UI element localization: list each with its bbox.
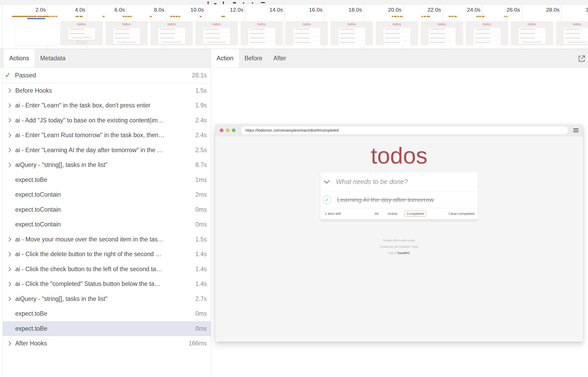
action-time-bar (394, 16, 397, 17)
action-row[interactable]: expect.toContain0ms (3, 217, 211, 232)
info-line-1: Double-click to edit a todo (215, 237, 583, 244)
action-row[interactable]: expect.toBe1ms (3, 172, 211, 187)
action-row[interactable]: ai - Click the delete button to the righ… (3, 247, 211, 262)
action-row-label: Before Hooks (15, 87, 192, 94)
chevron-right-icon[interactable] (7, 341, 11, 346)
thumbnail-row (248, 38, 276, 41)
action-row[interactable]: After Hooks166ms (3, 336, 211, 351)
tab-after[interactable]: After (268, 49, 292, 67)
action-row[interactable]: ai - Enter "Learn" in the task box, don'… (3, 98, 211, 113)
filmstrip-thumbnail[interactable]: todos (466, 21, 508, 45)
thumbnail-footer-row (203, 42, 231, 44)
todo-card: What needs to be done? ✓ Learning AI the… (320, 172, 478, 219)
action-row-label: expect.toContain (15, 221, 192, 228)
action-row[interactable]: aiQuery - "string[], tasks in the list"2… (3, 291, 211, 306)
filmstrip-thumbnail[interactable]: todos (331, 21, 373, 45)
thumbnail-page-sketch (293, 27, 321, 45)
filmstrip-thumbnail[interactable]: todos (511, 21, 553, 45)
tab-actions[interactable]: Actions (4, 49, 35, 67)
thumbnail-row (248, 42, 276, 45)
action-row[interactable]: expect.toContain0ms (3, 202, 211, 217)
timeline[interactable]: 2.0s4.0s6.0s8.0s10.0s12.0s14.0s16.0s18.0… (0, 5, 588, 49)
timeline-gridline (285, 5, 285, 49)
thumbnail-row (518, 33, 546, 37)
action-row-label: expect.toContain (15, 206, 192, 213)
todo-item[interactable]: ✓ Learning AI the day after tomorrow (320, 191, 478, 208)
tab-before[interactable]: Before (239, 49, 268, 67)
action-time-bar (54, 16, 55, 17)
todo-complete-toggle[interactable]: ✓ (323, 195, 331, 204)
filmstrip-thumbnail[interactable]: todos (60, 21, 103, 45)
action-row[interactable]: expect.toContain2ms (3, 187, 211, 202)
timeline-tick-label: 16.0s (291, 7, 322, 13)
filmstrip-thumbnail[interactable]: todos (286, 21, 328, 45)
filmstrip-thumbnail[interactable]: todos (105, 21, 148, 45)
action-row[interactable]: aiQuery - "string[], tasks in the list"8… (3, 158, 211, 173)
action-row[interactable]: ai - Click the check button to the left … (3, 262, 211, 277)
chevron-right-icon[interactable] (7, 267, 11, 271)
action-row-label: expect.toBe (15, 325, 192, 332)
filmstrip-thumbnail[interactable]: todos (421, 21, 463, 45)
action-row[interactable]: expect.toBe0ms (3, 321, 211, 336)
filter-active[interactable]: Active (385, 211, 400, 217)
thumbnail-page-sketch (113, 27, 141, 44)
action-time-bar (454, 16, 457, 17)
action-time-bar (506, 16, 507, 17)
chevron-right-icon[interactable] (7, 163, 11, 167)
filmstrip-thumbnail[interactable]: todos (556, 21, 588, 45)
action-row[interactable]: Before Hooks1.5s (3, 83, 211, 98)
thumbnail-row (428, 29, 456, 32)
action-row[interactable]: ai - Enter "Learn Rust tomorrow" in the … (3, 128, 211, 143)
action-row-label: ai - Click the delete button to the righ… (15, 251, 192, 258)
chevron-right-icon[interactable] (7, 237, 11, 242)
filmstrip-thumbnail[interactable]: todos (376, 21, 418, 45)
action-row-label: ai - Click the "completed" Status button… (15, 280, 192, 287)
chevron-right-icon[interactable] (7, 88, 11, 93)
list-gutter-line (2, 49, 3, 377)
todomvc-brand[interactable]: TodoMVC (397, 251, 410, 255)
new-todo-row[interactable]: What needs to be done? (320, 172, 478, 191)
open-snapshot-external-icon[interactable] (578, 55, 586, 63)
action-row-duration: 166ms (189, 340, 207, 347)
thumbnail-info-line (79, 45, 84, 46)
filter-all[interactable]: All (372, 211, 381, 217)
info-line-3: Part of TodoMVC (215, 250, 583, 256)
toggle-all-chevron-icon[interactable] (324, 178, 330, 183)
action-row[interactable]: expect.toBe0ms (3, 306, 211, 321)
chevron-right-icon[interactable] (7, 133, 11, 137)
action-row-label: After Hooks (15, 340, 185, 347)
chevron-right-icon[interactable] (7, 148, 11, 152)
filmstrip-thumbnail[interactable]: todos (241, 21, 283, 45)
filmstrip-thumbnail[interactable]: todos (195, 21, 238, 45)
chevron-right-icon[interactable] (7, 103, 11, 108)
right-tabbar: Action Before After (211, 49, 588, 68)
chevron-right-icon[interactable] (7, 118, 11, 123)
filmstrip-thumbnail[interactable]: todos (150, 21, 193, 45)
thumbnail-row (158, 33, 185, 37)
filmstrip-thumbnail[interactable] (15, 21, 58, 45)
tab-action[interactable]: Action (211, 49, 239, 67)
thumbnail-row (428, 38, 456, 41)
thumbnail-row (293, 29, 321, 32)
chevron-right-icon[interactable] (7, 282, 11, 286)
chevron-right-icon[interactable] (7, 252, 11, 256)
action-row[interactable]: ai - Enter "Learning AI the day after to… (3, 143, 211, 158)
chevron-right-icon[interactable] (7, 297, 11, 301)
action-row-label: ai - Enter "Learn" in the task box, don'… (15, 102, 192, 109)
timeline-tick-label: 28.0s (528, 7, 560, 13)
action-row-duration: 0ms (195, 310, 207, 317)
action-time-bar (424, 16, 426, 17)
action-row[interactable]: ai - Move your mouse over the second ite… (3, 232, 211, 247)
timeline-tick-label: 4.0s (54, 7, 85, 13)
tab-metadata[interactable]: Metadata (35, 49, 71, 67)
action-row-duration: 2.4s (195, 117, 207, 124)
filter-completed[interactable]: Completed (404, 211, 426, 217)
action-time-bar (80, 16, 83, 17)
clear-completed-button[interactable]: Clear completed (449, 212, 474, 216)
action-row[interactable]: ai - Click the "completed" Status button… (3, 277, 211, 292)
thumbnail-footer-row (68, 37, 95, 40)
new-todo-input[interactable]: What needs to be done? (336, 178, 408, 186)
thumbnail-row (473, 29, 501, 32)
trace-title-strip (0, 0, 588, 5)
action-row[interactable]: ai - Add "JS today" to base on the exist… (3, 113, 211, 128)
